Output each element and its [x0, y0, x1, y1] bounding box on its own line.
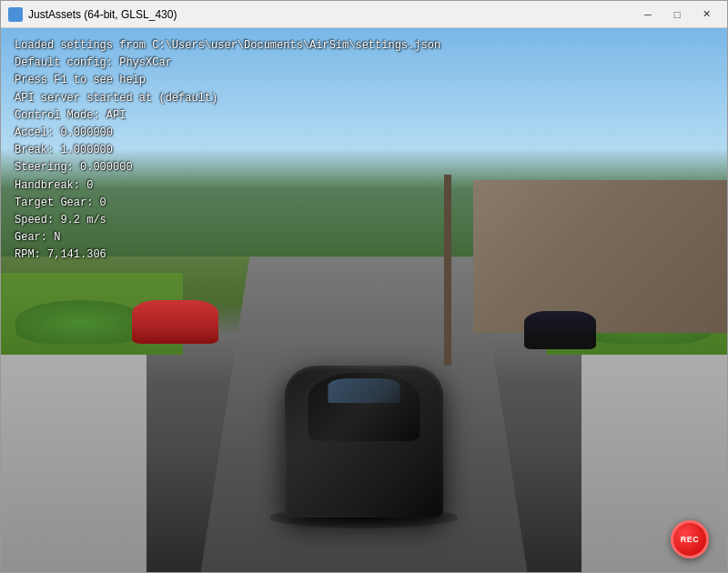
maximize-button[interactable]: □	[663, 5, 691, 24]
scene: Loaded settings from C:\Users\user\Docum…	[1, 28, 727, 572]
window-title: JustAssets (64-bit, GLSL_430)	[28, 8, 177, 21]
sidewalk-left	[1, 327, 147, 572]
car-windshield	[329, 378, 400, 402]
car-roof	[308, 373, 420, 441]
close-button[interactable]: ✕	[693, 5, 720, 24]
power-pole	[444, 175, 451, 365]
car-body	[284, 366, 444, 518]
titlebar-left: JustAssets (64-bit, GLSL_430)	[8, 7, 177, 22]
minimize-button[interactable]: ─	[634, 5, 662, 24]
game-viewport: Loaded settings from C:\Users\user\Docum…	[1, 28, 727, 572]
rec-button[interactable]: REC	[671, 520, 709, 558]
titlebar: JustAssets (64-bit, GLSL_430) ─ □ ✕	[1, 1, 727, 28]
hedge-left	[15, 300, 147, 344]
parked-car-right	[524, 311, 597, 349]
player-car	[284, 366, 444, 518]
window-controls: ─ □ ✕	[634, 5, 720, 24]
application-window: JustAssets (64-bit, GLSL_430) ─ □ ✕	[0, 0, 728, 573]
app-icon	[8, 7, 23, 22]
houses-right	[473, 180, 727, 332]
rec-label: REC	[681, 535, 700, 544]
parked-car-left	[132, 300, 219, 344]
